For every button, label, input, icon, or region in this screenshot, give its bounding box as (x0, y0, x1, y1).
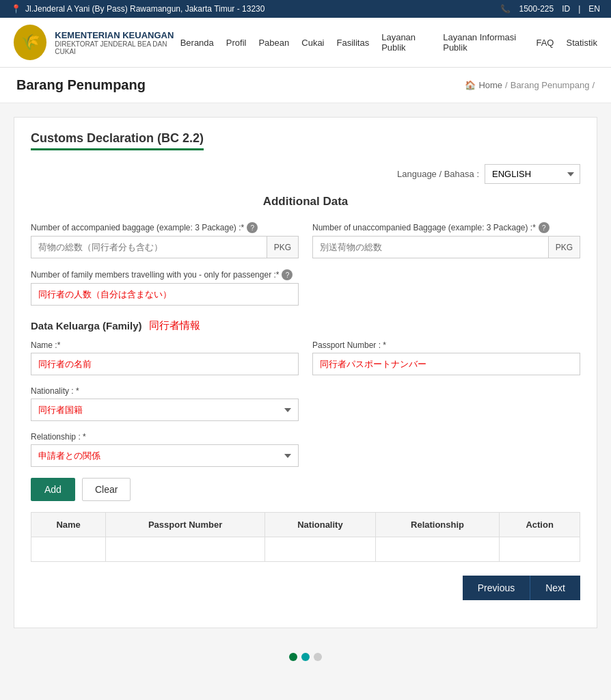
baggage-row: Number of accompanied baggage (example: … (31, 222, 580, 258)
relationship-row: Relationship : * 申請者との関係 (31, 432, 580, 467)
nav-statistik[interactable]: Statistik (566, 38, 597, 48)
col-name: Name (31, 513, 106, 537)
breadcrumb-current: Barang Penumpang (511, 80, 590, 90)
col-relationship: Relationship (375, 513, 499, 537)
next-button[interactable]: Next (530, 576, 580, 600)
unaccompanied-input-wrap: PKG (312, 236, 580, 258)
family-count-group: Number of family members travelling with… (31, 269, 299, 306)
nationality-select[interactable]: 同行者国籍 (31, 399, 299, 421)
clear-button[interactable]: Clear (82, 478, 131, 501)
family-section-heading: Data Keluarga (Family) 同行者情報 (31, 319, 580, 332)
lang-id-link[interactable]: ID (562, 4, 570, 14)
section-heading: Additional Data (31, 195, 580, 208)
add-button[interactable]: Add (31, 478, 75, 501)
family-count-input[interactable] (31, 283, 299, 306)
form-title: Customs Declaration (BC 2.2) (31, 131, 204, 148)
relationship-label: Relationship : * (31, 432, 299, 442)
nav-cukai[interactable]: Cukai (301, 38, 324, 48)
language-select[interactable]: ENGLISH INDONESIA (485, 164, 580, 184)
nav-layanan-informasi[interactable]: Layanan Informasi Publik (443, 32, 524, 53)
passport-group: Passport Number : * (312, 340, 580, 375)
home-icon: 🏠 (465, 80, 476, 90)
nav-layanan-publik[interactable]: Layanan Publik (381, 32, 431, 53)
top-bar-address: 📍 Jl.Jenderal A Yani (By Pass) Rawamangu… (11, 4, 264, 14)
main-content: Customs Declaration (BC 2.2) Language / … (14, 117, 597, 628)
nav-pabean[interactable]: Pabean (258, 38, 289, 48)
passport-label: Passport Number : * (312, 340, 580, 350)
dot-3 (314, 653, 322, 661)
phone-icon: 📞 (500, 4, 511, 14)
lang-en-link[interactable]: EN (588, 4, 600, 14)
passport-input[interactable] (312, 353, 580, 375)
org-sub: DIREKTORAT JENDERAL BEA DAN CUKAI (55, 40, 180, 55)
name-passport-row: Name :* Passport Number : * (31, 340, 580, 375)
nationality-group: Nationality : * 同行者国籍 (31, 386, 299, 421)
accompanied-help-icon[interactable]: ? (247, 222, 258, 233)
family-count-help-icon[interactable]: ? (282, 269, 293, 280)
col-action: Action (500, 513, 580, 537)
nav-profil[interactable]: Profil (226, 38, 247, 48)
header: 🌾 KEMENTERIAN KEUANGAN DIREKTORAT JENDER… (0, 18, 611, 68)
top-bar-right: 📞 1500-225 ID | EN (500, 4, 600, 14)
unaccompanied-label: Number of unaccompanied Baggage (example… (312, 222, 580, 233)
top-bar: 📍 Jl.Jenderal A Yani (By Pass) Rawamangu… (0, 0, 611, 18)
nav-faq[interactable]: FAQ (536, 38, 554, 48)
pagination-dots (0, 642, 611, 672)
nav-buttons: Previous Next (31, 576, 580, 600)
nationality-row: Nationality : * 同行者国籍 (31, 386, 580, 421)
unaccompanied-help-icon[interactable]: ? (539, 222, 549, 233)
name-group: Name :* (31, 340, 299, 375)
family-table: Name Passport Number Nationality Relatio… (31, 512, 580, 562)
breadcrumb-home[interactable]: Home (478, 80, 502, 90)
name-input[interactable] (31, 353, 299, 375)
breadcrumb: 🏠 Home / Barang Penumpang / (465, 80, 595, 90)
nationality-label: Nationality : * (31, 386, 299, 396)
language-label: Language / Bahasa : (397, 169, 479, 179)
dot-2 (301, 653, 310, 661)
org-name: KEMENTERIAN KEUANGAN (55, 30, 180, 40)
emblem-icon: 🌾 (14, 25, 46, 60)
dot-1 (289, 653, 297, 661)
family-count-label: Number of family members travelling with… (31, 269, 299, 280)
relationship-group: Relationship : * 申請者との関係 (31, 432, 299, 467)
unaccompanied-unit: PKG (548, 237, 580, 258)
main-nav: Beranda Profil Pabean Cukai Fasilitas La… (180, 32, 597, 53)
accompanied-group: Number of accompanied baggage (example: … (31, 222, 299, 258)
action-buttons: Add Clear (31, 478, 580, 501)
accompanied-input-wrap: PKG (31, 236, 299, 258)
previous-button[interactable]: Previous (463, 576, 530, 600)
family-count-row: Number of family members travelling with… (31, 269, 580, 306)
language-row: Language / Bahasa : ENGLISH INDONESIA (31, 164, 580, 184)
col-passport: Passport Number (106, 513, 265, 537)
form-title-bar: Customs Declaration (BC 2.2) (31, 131, 204, 150)
page-title: Barang Penumpang (16, 77, 146, 93)
name-label: Name :* (31, 340, 299, 350)
breadcrumb-area: Barang Penumpang 🏠 Home / Barang Penumpa… (0, 68, 611, 103)
table-row (31, 537, 580, 562)
unaccompanied-input[interactable] (313, 237, 548, 258)
family-section: Data Keluarga (Family) 同行者情報 Name :* Pas… (31, 319, 580, 600)
relationship-select[interactable]: 申請者との関係 (31, 444, 299, 467)
action-cell (500, 537, 580, 562)
accompanied-input[interactable] (31, 237, 267, 258)
accompanied-unit: PKG (267, 237, 298, 258)
accompanied-label: Number of accompanied baggage (example: … (31, 222, 299, 233)
location-icon: 📍 (11, 4, 21, 14)
logo-area: 🌾 KEMENTERIAN KEUANGAN DIREKTORAT JENDER… (14, 25, 180, 60)
col-nationality: Nationality (265, 513, 376, 537)
nav-fasilitas[interactable]: Fasilitas (337, 38, 370, 48)
nav-beranda[interactable]: Beranda (180, 38, 214, 48)
unaccompanied-group: Number of unaccompanied Baggage (example… (312, 222, 580, 258)
